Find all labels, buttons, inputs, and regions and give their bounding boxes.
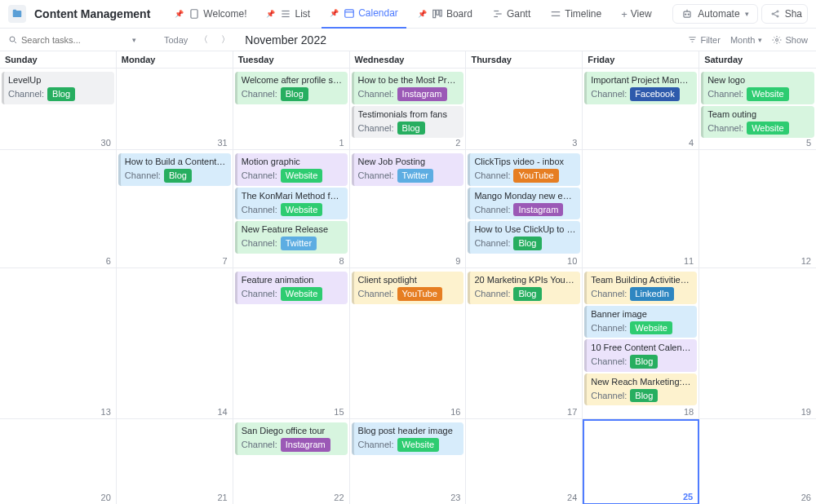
event-channel-row: Channel:Blog — [358, 122, 460, 135]
calendar-event[interactable]: The KonMari Method for ProjectChannel:We… — [235, 188, 348, 220]
channel-label: Channel: — [474, 237, 510, 249]
calendar-event[interactable]: Blog post header imageChannel:Website — [352, 422, 464, 455]
calendar-event[interactable]: Client spotlightChannel:YouTube — [352, 272, 464, 304]
channel-chip: Instagram — [397, 87, 447, 100]
next-month-button[interactable]: 〉 — [220, 33, 232, 46]
calendar-cell[interactable]: Welcome after profile sign-upChannel:Blo… — [233, 69, 350, 150]
calendar-event[interactable]: Team Building Activities: 25 ExChannel:L… — [584, 272, 697, 304]
calendar-cell[interactable]: 26 — [699, 419, 816, 504]
channel-label: Channel: — [358, 439, 394, 450]
share-icon — [770, 9, 780, 19]
automate-label: Automate — [698, 8, 739, 20]
calendar-cell[interactable]: LevelUpChannel:Blog30 — [0, 69, 117, 150]
calendar-event[interactable]: How to Use ClickUp to SucceedChannel:Blo… — [468, 221, 580, 254]
calendar-cell[interactable]: How to be the Most ProductiveChannel:Ins… — [350, 69, 467, 150]
calendar-cell[interactable]: 25 — [583, 419, 699, 504]
calendar-cell[interactable]: Blog post header imageChannel:Website23 — [350, 419, 467, 504]
search-chevron-icon[interactable]: ▾ — [132, 36, 136, 44]
calendar-event[interactable]: San Diego office tourChannel:Instagram — [235, 422, 348, 455]
calendar-cell[interactable]: How to Build a Content CreationChannel:B… — [117, 150, 233, 268]
calendar-cell[interactable]: 11 — [583, 150, 699, 268]
calendar-cell[interactable]: 24 — [466, 419, 583, 504]
calendar-event[interactable]: New Feature ReleaseChannel:Twitter — [235, 221, 348, 254]
channel-label: Channel: — [591, 288, 627, 299]
svg-rect-6 — [433, 10, 436, 17]
day-header-cell: Monday — [117, 51, 233, 68]
robot-icon — [681, 8, 693, 20]
calendar-event[interactable]: ClickTips video - inboxChannel:YouTube — [468, 153, 580, 186]
calendar-cell[interactable]: New Job PostingChannel:Twitter9 — [350, 150, 467, 268]
channel-label: Channel: — [242, 288, 277, 299]
calendar-cell[interactable]: ClickTips video - inboxChannel:YouTubeMa… — [466, 150, 583, 268]
calendar-cell[interactable]: Team Building Activities: 25 ExChannel:L… — [583, 268, 699, 419]
tab-welcome[interactable]: 📌 Welcome! — [166, 0, 255, 29]
calendar-event[interactable]: Welcome after profile sign-upChannel:Blo… — [235, 72, 348, 104]
calendar-cell[interactable]: New logoChannel:WebsiteTeam outingChanne… — [699, 69, 816, 150]
show-button[interactable]: Show — [772, 35, 808, 45]
calendar-cell[interactable]: 14 — [117, 268, 233, 419]
calendar-event[interactable]: 20 Marketing KPIs You Need toChannel:Blo… — [468, 272, 580, 304]
add-view-button[interactable]: + View — [613, 0, 659, 29]
calendar-cell[interactable]: Motion graphicChannel:WebsiteThe KonMari… — [233, 150, 350, 268]
date-number: 24 — [567, 493, 577, 502]
calendar-cell[interactable]: Important Project ManagementChannel:Face… — [583, 69, 699, 150]
calendar-cell[interactable]: 13 — [0, 268, 117, 419]
filter-label: Filter — [700, 35, 720, 45]
calendar-event[interactable]: Mango Monday new employeeChannel:Instagr… — [468, 188, 580, 220]
month-select[interactable]: Month ▾ — [730, 35, 763, 45]
calendar-cell[interactable]: San Diego office tourChannel:Instagram22 — [233, 419, 350, 504]
calendar-event[interactable]: Feature animationChannel:Website — [235, 272, 348, 304]
event-channel-row: Channel:Website — [591, 321, 693, 334]
gantt-icon — [492, 8, 503, 20]
calendar-cell[interactable]: 31 — [117, 69, 233, 150]
day-header-cell: Friday — [583, 51, 699, 68]
event-channel-row: Channel:Twitter — [358, 169, 460, 182]
calendar-cell[interactable]: 20 — [0, 419, 117, 504]
channel-chip: Blog — [47, 87, 75, 100]
tab-gantt[interactable]: Gantt — [484, 0, 539, 29]
tab-list[interactable]: 📌 List — [258, 0, 318, 29]
calendar-event[interactable]: How to Build a Content CreationChannel:B… — [118, 153, 231, 186]
automate-button[interactable]: Automate ▾ — [672, 4, 757, 24]
calendar-event[interactable]: 10 Free Content Calendar TempChannel:Blo… — [584, 339, 697, 372]
calendar-event[interactable]: LevelUpChannel:Blog — [2, 72, 114, 104]
filter-button[interactable]: Filter — [688, 35, 720, 45]
calendar-event[interactable]: New Job PostingChannel:Twitter — [352, 153, 464, 186]
page-title: Content Management — [34, 7, 150, 20]
calendar-event[interactable]: Team outingChannel:Website — [701, 106, 814, 139]
tab-label: Gantt — [507, 8, 530, 20]
calendar-event[interactable]: Motion graphicChannel:Website — [235, 153, 348, 186]
date-number: 30 — [101, 138, 111, 148]
channel-label: Channel: — [591, 322, 627, 334]
calendar-event[interactable]: How to be the Most ProductiveChannel:Ins… — [352, 72, 464, 104]
calendar-cell[interactable]: 6 — [0, 150, 117, 268]
calendar-cell[interactable]: Feature animationChannel:Website15 — [233, 268, 350, 419]
share-button[interactable]: Sha — [761, 4, 808, 24]
date-number: 19 — [801, 407, 811, 417]
event-title: Client spotlight — [358, 274, 460, 285]
calendar-event[interactable]: Important Project ManagementChannel:Face… — [584, 72, 697, 104]
search-input[interactable] — [21, 35, 111, 45]
calendar-cell[interactable]: 3 — [466, 69, 583, 150]
calendar-cell[interactable]: 12 — [699, 150, 816, 268]
tab-board[interactable]: 📌 Board — [410, 0, 481, 29]
calendar-cell[interactable]: Client spotlightChannel:YouTube16 — [350, 268, 467, 419]
calendar-cell[interactable]: 20 Marketing KPIs You Need toChannel:Blo… — [466, 268, 583, 419]
prev-month-button[interactable]: 〈 — [197, 33, 210, 46]
tab-calendar[interactable]: 📌 Calendar — [322, 0, 406, 29]
calendar-icon — [344, 7, 355, 19]
calendar-event[interactable]: Testimonials from fansChannel:Blog — [352, 106, 464, 139]
search-wrap[interactable] — [8, 35, 122, 45]
channel-label: Channel: — [591, 88, 627, 99]
today-button[interactable]: Today — [164, 35, 188, 45]
calendar-event[interactable]: New logoChannel:Website — [701, 72, 814, 104]
calendar-event[interactable]: Banner imageChannel:Website — [584, 306, 697, 338]
calendar-event[interactable]: New Reach Marketing: How CliChannel:Blog — [584, 374, 697, 406]
calendar-cell[interactable]: 21 — [117, 419, 233, 504]
tab-timeline[interactable]: Timeline — [542, 0, 610, 29]
chevron-down-icon: ▾ — [745, 10, 749, 18]
calendar-cell[interactable]: 19 — [699, 268, 816, 419]
date-number: 4 — [689, 138, 694, 148]
channel-chip: Website — [397, 438, 440, 451]
channel-chip: Website — [281, 169, 323, 182]
